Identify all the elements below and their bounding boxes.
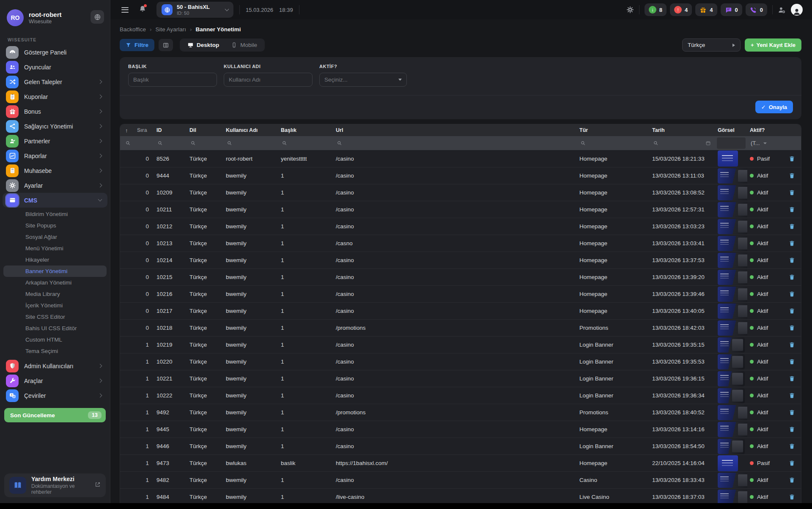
search-tur[interactable]: [577, 136, 650, 150]
sidebar-subitem-banner-y-netimi[interactable]: Banner Yönetimi: [3, 265, 107, 277]
sidebar-subitem-media-library[interactable]: Media Library: [0, 288, 110, 300]
sidebar-item-ayarlar[interactable]: Ayarlar: [0, 178, 110, 193]
sidebar-item-raporlar[interactable]: Raporlar: [0, 148, 110, 163]
banner-thumbnail[interactable]: [718, 455, 738, 471]
search-sira[interactable]: [120, 136, 154, 150]
cell-gorsel[interactable]: [715, 202, 747, 217]
sidebar-subitem-i-erik-y-netimi[interactable]: İçerik Yönetimi: [0, 300, 110, 311]
sidebar-item-oyuncular[interactable]: Oyuncular: [0, 60, 110, 74]
banner-thumbnail[interactable]: [718, 304, 747, 319]
table-row[interactable]: 0 10214 Türkçe bwemily 1 /casino Homepag…: [120, 252, 801, 268]
cell-gorsel[interactable]: [715, 168, 747, 183]
breadcrumb-item[interactable]: Site Ayarları: [156, 26, 187, 33]
table-row[interactable]: 1 10220 Türkçe bwemily 1 /casino Login B…: [120, 353, 801, 370]
sidebar-subitem-tema-se-imi[interactable]: Tema Seçimi: [0, 345, 110, 357]
banner-thumbnail[interactable]: [718, 151, 738, 167]
col-tur[interactable]: Tür: [577, 127, 650, 133]
sidebar-subitem-site-css-editor[interactable]: Site CSS Editor: [0, 311, 110, 323]
banner-thumbnail[interactable]: [718, 490, 747, 505]
delete-button[interactable]: [780, 290, 801, 298]
table-row[interactable]: 0 10212 Türkçe bwemily 1 /casino Homepag…: [120, 218, 801, 235]
delete-button[interactable]: [780, 476, 801, 484]
call-badge[interactable]: 0: [746, 3, 767, 16]
delete-button[interactable]: [780, 155, 801, 162]
delete-button[interactable]: [780, 172, 801, 179]
cell-gorsel[interactable]: [715, 270, 747, 285]
col-kullanici[interactable]: Kullanıcı Adı: [223, 127, 278, 133]
search-baslik[interactable]: [278, 136, 333, 150]
delete-button[interactable]: [780, 206, 801, 213]
active-filter-select[interactable]: Seçiniz...: [319, 73, 407, 87]
language-globe-button[interactable]: [91, 10, 104, 24]
sidebar-item-gelen-talepler[interactable]: Gelen Talepler: [0, 74, 110, 89]
col-baslik[interactable]: Başlık: [278, 127, 333, 133]
sidebar-subitem-hikayeler[interactable]: Hikayeler: [0, 254, 110, 265]
delete-button[interactable]: [780, 307, 801, 315]
banner-thumbnail[interactable]: [718, 270, 747, 285]
table-row[interactable]: 0 10216 Türkçe bwemily 1 /casino Homepag…: [120, 285, 801, 302]
sidebar-item-g-sterge-paneli[interactable]: Gösterge Paneli: [0, 45, 110, 60]
banner-thumbnail[interactable]: [718, 185, 747, 200]
last-update-button[interactable]: Son Güncelleme 13: [4, 408, 106, 422]
banner-thumbnail[interactable]: [718, 354, 745, 369]
banner-thumbnail[interactable]: [718, 473, 747, 488]
delete-button[interactable]: [780, 324, 801, 331]
table-row[interactable]: 1 9446 Türkçe bwemily 1 /casino Login Ba…: [120, 438, 801, 454]
sidebar-item--eviriler[interactable]: Çeviriler: [0, 388, 110, 403]
delete-button[interactable]: [780, 460, 801, 467]
cell-gorsel[interactable]: [715, 219, 747, 234]
withdraw-badge[interactable]: ↑4: [670, 3, 692, 16]
table-row[interactable]: 1 10222 Türkçe bwemily 1 /casino Login B…: [120, 387, 801, 404]
cell-gorsel[interactable]: [715, 253, 747, 268]
col-dil[interactable]: Dil: [187, 127, 223, 133]
cell-gorsel[interactable]: [715, 371, 747, 386]
table-row[interactable]: 0 10217 Türkçe bwemily 1 /casino Homepag…: [120, 302, 801, 319]
sidebar-item-admin-kullan-c-lar-[interactable]: Admin Kullanıcıları: [0, 358, 110, 373]
search-dil[interactable]: [187, 136, 223, 150]
cell-gorsel[interactable]: [715, 304, 747, 319]
table-row[interactable]: 1 9473 Türkçe bwlukas baslik https://1ba…: [120, 454, 801, 471]
banner-thumbnail[interactable]: [718, 236, 747, 251]
col-sira[interactable]: Sıra: [134, 127, 154, 133]
cell-gorsel[interactable]: [715, 236, 747, 251]
table-row[interactable]: 1 9482 Türkçe bwemily 1 /casino Casino 1…: [120, 471, 801, 488]
delete-button[interactable]: [780, 426, 801, 433]
col-url[interactable]: Url: [333, 127, 577, 133]
profile-avatar-button[interactable]: [791, 4, 803, 16]
banner-thumbnail[interactable]: [718, 219, 747, 234]
col-aktif[interactable]: Aktif?: [747, 127, 780, 133]
table-row[interactable]: 1 10221 Türkçe bwemily 1 /casino Login B…: [120, 370, 801, 387]
delete-button[interactable]: [780, 240, 801, 247]
sidebar-item-bonus[interactable]: Bonus: [0, 104, 110, 119]
breadcrumb-item[interactable]: Backoffice: [120, 26, 146, 33]
table-row[interactable]: 0 9444 Türkçe bwemily 1 /casino Homepage…: [120, 167, 801, 184]
menu-toggle-button[interactable]: [120, 5, 130, 14]
cell-gorsel[interactable]: [715, 422, 747, 437]
banner-thumbnail[interactable]: [718, 202, 747, 217]
banner-thumbnail[interactable]: [718, 320, 747, 336]
col-id[interactable]: ID: [154, 127, 187, 133]
table-row[interactable]: 1 10219 Türkçe bwemily 1 /casino Login B…: [120, 336, 801, 353]
table-row[interactable]: 1 9484 Türkçe bwemily 1 /live-casino Liv…: [120, 488, 801, 505]
table-row[interactable]: 1 9445 Türkçe bwemily 1 /casino Homepage…: [120, 421, 801, 438]
banner-thumbnail[interactable]: [718, 253, 747, 268]
table-row[interactable]: 0 10215 Türkçe bwemily 1 /casino Homepag…: [120, 268, 801, 285]
table-row[interactable]: 0 8526 Türkçe root-robert yenitesttttt /…: [120, 150, 801, 167]
search-kullanici[interactable]: [223, 136, 278, 150]
banner-thumbnail[interactable]: [718, 388, 745, 403]
cell-gorsel[interactable]: [715, 287, 747, 302]
cell-gorsel[interactable]: [715, 151, 747, 167]
sidebar-subitem-arkaplan-y-netimi[interactable]: Arkaplan Yönetimi: [0, 277, 110, 288]
delete-button[interactable]: [780, 274, 801, 281]
sidebar-item-ara-lar[interactable]: Araçlar: [0, 373, 110, 388]
sidebar-item-partnerler[interactable]: Partnerler: [0, 134, 110, 148]
cell-gorsel[interactable]: [715, 405, 747, 420]
tab-mobile[interactable]: Mobile: [225, 40, 263, 50]
username-filter-input[interactable]: [224, 73, 313, 87]
cell-gorsel[interactable]: [715, 337, 747, 353]
cell-gorsel[interactable]: [715, 439, 747, 454]
column-settings-button[interactable]: [159, 39, 173, 51]
delete-button[interactable]: [780, 257, 801, 264]
table-row[interactable]: 0 10218 Türkçe bwemily 1 /promotions Pro…: [120, 319, 801, 336]
sidebar-item-muhasebe[interactable]: Muhasebe: [0, 163, 110, 178]
